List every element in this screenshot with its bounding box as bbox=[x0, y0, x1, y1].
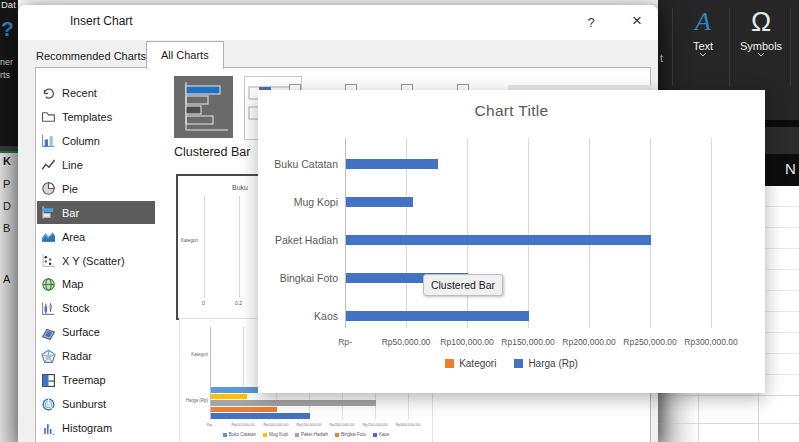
legend-label: Buku Catatan bbox=[229, 432, 256, 437]
sidebar-item-x-y-scatter[interactable]: X Y (Scatter) bbox=[37, 249, 155, 272]
dialog-title: Insert Chart bbox=[70, 14, 133, 28]
worksheet-left-cells: KPDBA bbox=[0, 153, 18, 442]
sidebar-item-area[interactable]: Area bbox=[37, 225, 155, 248]
value-gridline bbox=[711, 138, 712, 328]
legend-label: Kaos bbox=[379, 432, 389, 437]
cell-text-fragment: A bbox=[3, 273, 10, 285]
sidebar-item-label: Treemap bbox=[62, 374, 106, 386]
ribbon-left-fragment: Dat ? ner rts bbox=[0, 0, 18, 146]
legend-label: Paket Hadiah bbox=[301, 432, 328, 437]
bar-mug-kopi bbox=[346, 197, 413, 207]
value-axis-tick-label: Rp250,000.00 bbox=[623, 337, 676, 347]
area-chart-icon bbox=[41, 229, 56, 244]
category-axis-label: Buku Catatan bbox=[258, 157, 338, 171]
sidebar-item-label: Radar bbox=[62, 350, 92, 362]
bar-buku-catatan bbox=[211, 387, 261, 393]
ribbon-label-fragment: rts bbox=[0, 70, 10, 80]
sidebar-item-map[interactable]: Map bbox=[37, 273, 155, 296]
sidebar-item-label: Histogram bbox=[62, 422, 112, 434]
scatter-chart-icon bbox=[41, 253, 56, 268]
sidebar-item-label: Recent bbox=[62, 87, 97, 99]
sidebar-item-radar[interactable]: Radar bbox=[37, 345, 155, 368]
header-letter-fragment: N bbox=[785, 160, 796, 177]
tab-all-charts[interactable]: All Charts bbox=[146, 41, 224, 69]
cell-gridline bbox=[698, 393, 699, 442]
value-gridline bbox=[650, 138, 651, 328]
sidebar-item-recent[interactable]: Recent bbox=[37, 82, 155, 105]
sidebar-item-stock[interactable]: Stock bbox=[37, 297, 155, 320]
subtype-heading: Clustered Bar bbox=[174, 145, 250, 159]
value-axis-tick-label: Rp100,000.00 bbox=[440, 337, 493, 347]
stock-chart-icon bbox=[41, 301, 56, 316]
value-axis-tick-label: Rp- bbox=[207, 422, 213, 427]
sidebar-item-label: Templates bbox=[62, 111, 112, 123]
bar-chart-icon bbox=[41, 205, 56, 220]
text-button-label: Text bbox=[693, 40, 713, 52]
surface-chart-icon bbox=[41, 325, 56, 340]
bar-mug-kopi bbox=[211, 394, 247, 400]
chevron-down-icon bbox=[699, 52, 707, 57]
mini-tick: 0 bbox=[202, 300, 205, 306]
category-axis-label: Harga (Rp) bbox=[182, 398, 208, 404]
value-axis-tick-label: Rp100,000.00 bbox=[263, 422, 288, 427]
legend-swatch bbox=[335, 433, 339, 437]
sidebar-item-histogram[interactable]: Histogram bbox=[37, 417, 155, 440]
value-gridline bbox=[467, 138, 468, 328]
ribbon-button-fragment: t bbox=[660, 52, 663, 64]
legend-label: Mug Kopi bbox=[269, 432, 288, 437]
line-chart-icon bbox=[41, 157, 56, 172]
legend-swatch bbox=[295, 433, 299, 437]
tab-recommended-charts[interactable]: Recommended Charts bbox=[28, 45, 154, 68]
sidebar-item-column[interactable]: Column bbox=[37, 129, 155, 152]
bar-paket-hadiah bbox=[211, 400, 376, 406]
legend-item: Harga (Rp) bbox=[514, 358, 577, 369]
value-axis-tick-label: Rp200,000.00 bbox=[562, 337, 615, 347]
sidebar-item-bar[interactable]: Bar bbox=[37, 201, 155, 224]
category-axis-label: Kaos bbox=[258, 309, 338, 323]
legend-swatch bbox=[373, 433, 377, 437]
value-axis-tick-label: Rp300,000.00 bbox=[395, 422, 420, 427]
ribbon-separator bbox=[672, 8, 673, 86]
dialog-drop-shadow bbox=[658, 393, 698, 442]
sidebar-item-line[interactable]: Line bbox=[37, 153, 155, 176]
symbols-button[interactable]: Ω Symbols bbox=[734, 6, 788, 94]
mini-gridline bbox=[204, 196, 205, 298]
value-axis-tick-label: Rp50,000.00 bbox=[232, 422, 255, 427]
text-button[interactable]: A Text bbox=[680, 6, 726, 94]
value-axis-tick-label: Rp- bbox=[338, 337, 352, 347]
ribbon-separator bbox=[729, 8, 730, 86]
value-axis-tick-label: Rp300,000.00 bbox=[684, 337, 737, 347]
sidebar-item-label: Surface bbox=[62, 326, 100, 338]
value-axis-tick-label: Rp150,000.00 bbox=[501, 337, 554, 347]
sidebar-item-label: Map bbox=[62, 278, 83, 290]
sidebar-item-treemap[interactable]: Treemap bbox=[37, 369, 155, 392]
category-axis-label: Kategori bbox=[182, 352, 208, 358]
sidebar-item-label: Bar bbox=[62, 207, 79, 219]
clustered-bar-tooltip: Clustered Bar bbox=[423, 274, 503, 296]
legend-item: Paket Hadiah bbox=[295, 432, 328, 437]
sidebar-item-sunburst[interactable]: Sunburst bbox=[37, 393, 155, 416]
sidebar-item-templates[interactable]: Templates bbox=[37, 105, 155, 128]
cell-gridline bbox=[658, 395, 799, 396]
dialog-titlebar[interactable]: Insert Chart ? × bbox=[18, 5, 658, 40]
value-gridline bbox=[589, 138, 590, 328]
sidebar-item-pie[interactable]: Pie bbox=[37, 177, 155, 200]
dialog-close-button[interactable]: × bbox=[624, 9, 650, 33]
sidebar-item-label: X Y (Scatter) bbox=[62, 255, 125, 267]
bar-kaos bbox=[346, 311, 529, 321]
legend-item: Mug Kopi bbox=[263, 432, 288, 437]
ribbon-separator bbox=[790, 8, 791, 86]
dialog-help-button[interactable]: ? bbox=[578, 11, 604, 35]
subtype-thumbnail-clustered-bar[interactable] bbox=[174, 76, 233, 138]
mini-tick: 0.2 bbox=[235, 300, 242, 306]
value-axis-tick-label: Rp50,000.00 bbox=[382, 337, 431, 347]
clustered-bar-thumbnail-icon bbox=[174, 76, 233, 138]
cell-text-fragment: B bbox=[3, 222, 10, 234]
mini-gridline bbox=[239, 196, 240, 298]
category-axis-label: Bingkai Foto bbox=[258, 271, 338, 285]
mini-axis-label: Kategori bbox=[181, 238, 198, 243]
pie-chart-icon bbox=[41, 181, 56, 196]
sunburst-chart-icon bbox=[41, 397, 56, 412]
ribbon-tab-data-fragment[interactable]: Dat bbox=[1, 0, 16, 10]
sidebar-item-surface[interactable]: Surface bbox=[37, 321, 155, 344]
